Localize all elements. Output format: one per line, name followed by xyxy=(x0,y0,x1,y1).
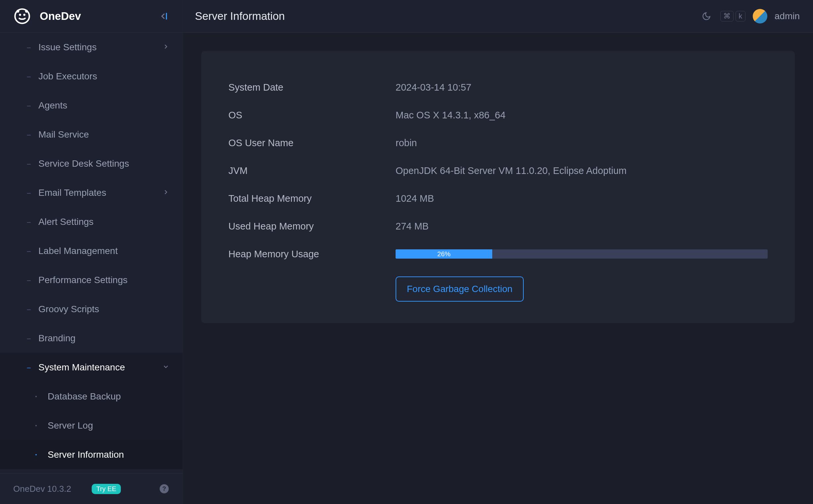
dot-icon: • xyxy=(33,423,39,428)
chevron-down-icon xyxy=(162,362,169,373)
bullet-icon: – xyxy=(26,102,32,109)
command-palette-shortcut[interactable]: ⌘ k xyxy=(720,11,746,21)
topbar-right: ⌘ k admin xyxy=(700,9,800,23)
bullet-icon: – xyxy=(26,73,32,80)
sidebar-item-label: Issue Settings xyxy=(38,42,154,53)
bullet-icon: – xyxy=(26,131,32,139)
sidebar-item-job-executors[interactable]: –Job Executors xyxy=(0,62,183,91)
info-value: OpenJDK 64-Bit Server VM 11.0.20, Eclips… xyxy=(396,165,768,176)
sidebar-item-system-maintenance[interactable]: –System Maintenance xyxy=(0,353,183,382)
sidebar-subitem-server-information[interactable]: •Server Information xyxy=(0,440,183,469)
sidebar-item-label: Service Desk Settings xyxy=(38,158,169,169)
heap-usage-row: Heap Memory Usage 26% xyxy=(229,240,768,268)
heap-usage-progress: 26% xyxy=(396,249,768,259)
bullet-icon: – xyxy=(26,218,32,226)
sidebar-item-label-management[interactable]: –Label Management xyxy=(0,236,183,266)
version-text: OneDev 10.3.2 xyxy=(13,484,71,494)
sidebar-subitem-label: Server Information xyxy=(48,449,169,460)
sidebar-item-label: Mail Service xyxy=(38,129,169,140)
sidebar-nav: –Issue Settings–Job Executors–Agents–Mai… xyxy=(0,33,183,473)
sidebar-subitem-database-backup[interactable]: •Database Backup xyxy=(0,382,183,411)
bullet-icon: – xyxy=(26,306,32,313)
info-value: robin xyxy=(396,138,768,148)
sidebar-header: OneDev xyxy=(0,0,183,33)
sidebar-subnav: •Database Backup•Server Log•Server Infor… xyxy=(0,382,183,469)
svg-point-1 xyxy=(19,14,21,16)
info-panel: System Date2024-03-14 10:57OSMac OS X 14… xyxy=(201,51,795,323)
sidebar-item-label: Job Executors xyxy=(38,71,169,82)
brand-logo-icon xyxy=(13,7,31,25)
info-label: Total Heap Memory xyxy=(229,193,396,204)
chevron-right-icon xyxy=(162,188,169,198)
sidebar-subitem-server-log[interactable]: •Server Log xyxy=(0,411,183,440)
svg-point-4 xyxy=(25,10,28,13)
info-row: Used Heap Memory274 MB xyxy=(229,212,768,240)
sidebar-item-branding[interactable]: –Branding xyxy=(0,324,183,353)
info-label: OS User Name xyxy=(229,138,396,148)
bullet-icon: – xyxy=(26,335,32,342)
avatar[interactable] xyxy=(753,9,767,23)
dot-icon: • xyxy=(33,452,39,457)
sidebar-item-groovy-scripts[interactable]: –Groovy Scripts xyxy=(0,295,183,324)
sidebar-item-label: Branding xyxy=(38,333,169,344)
info-value: 2024-03-14 10:57 xyxy=(396,82,768,93)
action-row: Force Garbage Collection xyxy=(229,268,768,302)
info-row: Total Heap Memory1024 MB xyxy=(229,185,768,212)
svg-point-2 xyxy=(23,14,25,16)
topbar: Server Information ⌘ k admin xyxy=(183,0,813,33)
username[interactable]: admin xyxy=(775,11,800,21)
sidebar-item-label: Email Templates xyxy=(38,188,154,198)
sidebar-item-label: Agents xyxy=(38,100,169,111)
bullet-icon: – xyxy=(26,189,32,197)
sidebar-item-label: Label Management xyxy=(38,246,169,256)
dark-mode-icon[interactable] xyxy=(700,10,713,23)
info-value: Mac OS X 14.3.1, x86_64 xyxy=(396,110,768,121)
sidebar-item-service-desk-settings[interactable]: –Service Desk Settings xyxy=(0,149,183,178)
dot-icon: • xyxy=(33,394,39,399)
content: System Date2024-03-14 10:57OSMac OS X 14… xyxy=(183,33,813,504)
heap-usage-label: Heap Memory Usage xyxy=(229,249,396,260)
bullet-icon: – xyxy=(26,160,32,168)
info-label: JVM xyxy=(229,165,396,176)
page-title: Server Information xyxy=(195,10,285,22)
bullet-icon: – xyxy=(26,364,32,371)
bullet-icon: – xyxy=(26,276,32,284)
info-label: Used Heap Memory xyxy=(229,221,396,232)
sidebar-item-agents[interactable]: –Agents xyxy=(0,91,183,120)
sidebar-footer: OneDev 10.3.2 Try EE ? xyxy=(0,473,183,504)
info-row: OS User Namerobin xyxy=(229,129,768,157)
sidebar-item-label: Alert Settings xyxy=(38,217,169,227)
bullet-icon: – xyxy=(26,44,32,51)
sidebar-item-issue-settings[interactable]: –Issue Settings xyxy=(0,33,183,62)
kbd-k: k xyxy=(736,11,746,21)
kbd-cmd: ⌘ xyxy=(720,11,734,21)
info-row: OSMac OS X 14.3.1, x86_64 xyxy=(229,101,768,129)
sidebar-subitem-label: Database Backup xyxy=(48,391,169,402)
help-icon[interactable]: ? xyxy=(159,483,169,494)
heap-usage-progress-bar: 26% xyxy=(396,249,492,259)
sidebar-item-label: Groovy Scripts xyxy=(38,304,169,315)
info-row: JVMOpenJDK 64-Bit Server VM 11.0.20, Ecl… xyxy=(229,157,768,185)
chevron-right-icon xyxy=(162,42,169,53)
sidebar-item-alert-settings[interactable]: –Alert Settings xyxy=(0,207,183,236)
svg-point-3 xyxy=(17,10,20,13)
brand-name[interactable]: OneDev xyxy=(40,10,81,22)
bullet-icon: – xyxy=(26,247,32,255)
force-gc-button[interactable]: Force Garbage Collection xyxy=(396,276,524,302)
info-value: 274 MB xyxy=(396,221,768,232)
sidebar-item-label: Performance Settings xyxy=(38,275,169,285)
sidebar: OneDev –Issue Settings–Job Executors–Age… xyxy=(0,0,183,504)
info-value: 1024 MB xyxy=(396,193,768,204)
sidebar-collapse-icon[interactable] xyxy=(157,10,169,22)
sidebar-item-email-templates[interactable]: –Email Templates xyxy=(0,178,183,207)
sidebar-item-label: System Maintenance xyxy=(38,362,154,373)
info-label: System Date xyxy=(229,82,396,93)
info-label: OS xyxy=(229,110,396,121)
sidebar-item-mail-service[interactable]: –Mail Service xyxy=(0,120,183,149)
svg-text:?: ? xyxy=(162,485,166,492)
try-ee-badge[interactable]: Try EE xyxy=(92,484,121,494)
main: Server Information ⌘ k admin System Date… xyxy=(183,0,813,504)
info-row: System Date2024-03-14 10:57 xyxy=(229,73,768,101)
sidebar-subitem-label: Server Log xyxy=(48,420,169,431)
sidebar-item-performance-settings[interactable]: –Performance Settings xyxy=(0,266,183,295)
